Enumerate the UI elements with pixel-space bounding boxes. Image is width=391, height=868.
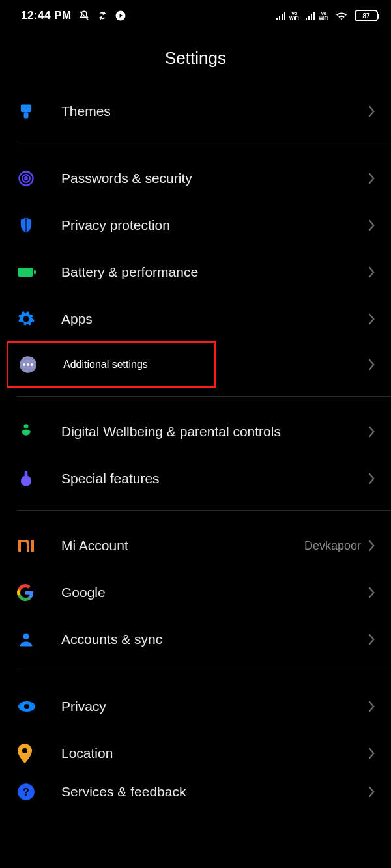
row-label: Apps xyxy=(52,311,368,327)
svg-point-19 xyxy=(22,748,27,753)
chevron-right-icon xyxy=(368,105,375,118)
row-themes[interactable]: Themes xyxy=(0,88,391,135)
location-pin-icon xyxy=(17,744,52,763)
svg-text:?: ? xyxy=(23,786,29,798)
chevron-right-icon xyxy=(368,785,375,798)
row-label: Special features xyxy=(52,471,368,486)
row-services-feedback[interactable]: ? Services & feedback xyxy=(0,777,391,807)
row-label: Services & feedback xyxy=(52,784,368,800)
highlight-callout: Additional settings xyxy=(7,341,216,388)
chevron-right-icon xyxy=(368,539,375,552)
gear-icon xyxy=(17,310,52,328)
mi-logo-icon xyxy=(17,539,52,553)
row-battery-performance[interactable]: Battery & performance xyxy=(0,249,391,296)
battery-icon: 87 xyxy=(355,10,378,21)
signal-2-icon xyxy=(306,11,315,20)
row-label: Mi Account xyxy=(52,538,304,553)
chevron-right-icon xyxy=(368,425,375,438)
row-privacy[interactable]: Privacy xyxy=(0,683,391,730)
svg-point-6 xyxy=(25,177,27,180)
svg-rect-2 xyxy=(21,105,31,113)
svg-rect-7 xyxy=(18,268,33,277)
row-label: Google xyxy=(52,585,368,600)
chevron-right-icon xyxy=(368,219,375,232)
fingerprint-icon xyxy=(17,169,52,188)
row-additional-settings[interactable]: Additional settings xyxy=(0,341,391,388)
wifi-icon xyxy=(335,10,348,21)
wellbeing-icon xyxy=(17,423,52,441)
row-passwords-security[interactable]: Passwords & security xyxy=(0,155,391,202)
row-label: Privacy xyxy=(52,699,368,714)
svg-rect-15 xyxy=(25,471,28,476)
vowifi-2-label: VoWiFi xyxy=(319,11,328,20)
row-label: Accounts & sync xyxy=(52,632,368,647)
status-time: 12:44 PM xyxy=(21,9,72,22)
chevron-right-icon xyxy=(368,313,375,326)
row-label: Privacy protection xyxy=(52,217,368,233)
chevron-right-icon xyxy=(368,633,375,646)
shield-icon xyxy=(17,216,52,234)
row-apps[interactable]: Apps xyxy=(0,296,391,343)
chevron-right-icon xyxy=(368,172,375,185)
row-label: Digital Wellbeing & parental controls xyxy=(52,424,368,440)
row-label: Passwords & security xyxy=(52,171,368,186)
battery-icon xyxy=(17,265,52,279)
row-location[interactable]: Location xyxy=(0,730,391,777)
person-icon xyxy=(17,630,52,649)
row-digital-wellbeing[interactable]: Digital Wellbeing & parental controls xyxy=(0,408,391,455)
svg-point-14 xyxy=(21,475,31,486)
row-label: Additional settings xyxy=(54,359,148,371)
row-label: Themes xyxy=(52,104,368,119)
help-icon: ? xyxy=(17,783,52,801)
svg-point-16 xyxy=(23,634,29,639)
row-label: Battery & performance xyxy=(52,264,368,280)
svg-point-13 xyxy=(24,424,29,428)
mute-icon xyxy=(78,10,90,21)
play-icon xyxy=(115,10,126,21)
row-value: Devkapoor xyxy=(304,539,361,553)
themes-icon xyxy=(17,102,52,120)
signal-1-icon xyxy=(276,11,286,20)
svg-point-18 xyxy=(24,704,29,709)
chevron-right-icon xyxy=(368,266,375,279)
eye-icon xyxy=(17,699,52,714)
svg-point-11 xyxy=(27,363,29,366)
status-bar: 12:44 PM VoWiFi VoWiFi 87 xyxy=(0,0,391,31)
settings-list: Themes Passwords & security Privacy prot… xyxy=(0,88,391,807)
row-google[interactable]: Google xyxy=(0,569,391,616)
group-divider xyxy=(17,671,391,671)
chevron-right-icon xyxy=(368,472,375,485)
group-divider xyxy=(17,510,391,511)
svg-rect-3 xyxy=(24,112,29,118)
chevron-right-icon xyxy=(368,700,375,713)
group-divider xyxy=(17,143,391,143)
battery-pct: 87 xyxy=(362,12,369,20)
more-icon xyxy=(19,356,54,374)
svg-point-10 xyxy=(23,363,25,366)
google-icon xyxy=(17,584,52,601)
flask-icon xyxy=(17,469,52,488)
row-mi-account[interactable]: Mi Account Devkapoor xyxy=(0,522,391,569)
chevron-right-icon xyxy=(368,586,375,599)
row-label: Location xyxy=(52,746,368,761)
page-title: Settings xyxy=(0,31,391,88)
svg-point-12 xyxy=(31,363,33,366)
row-privacy-protection[interactable]: Privacy protection xyxy=(0,202,391,249)
svg-rect-8 xyxy=(34,270,36,274)
chevron-right-icon xyxy=(368,358,375,371)
row-special-features[interactable]: Special features xyxy=(0,455,391,502)
sync-icon xyxy=(96,10,108,21)
vowifi-1-label: VoWiFi xyxy=(289,11,299,20)
chevron-right-icon xyxy=(368,747,375,760)
group-divider xyxy=(17,396,391,397)
row-accounts-sync[interactable]: Accounts & sync xyxy=(0,616,391,663)
